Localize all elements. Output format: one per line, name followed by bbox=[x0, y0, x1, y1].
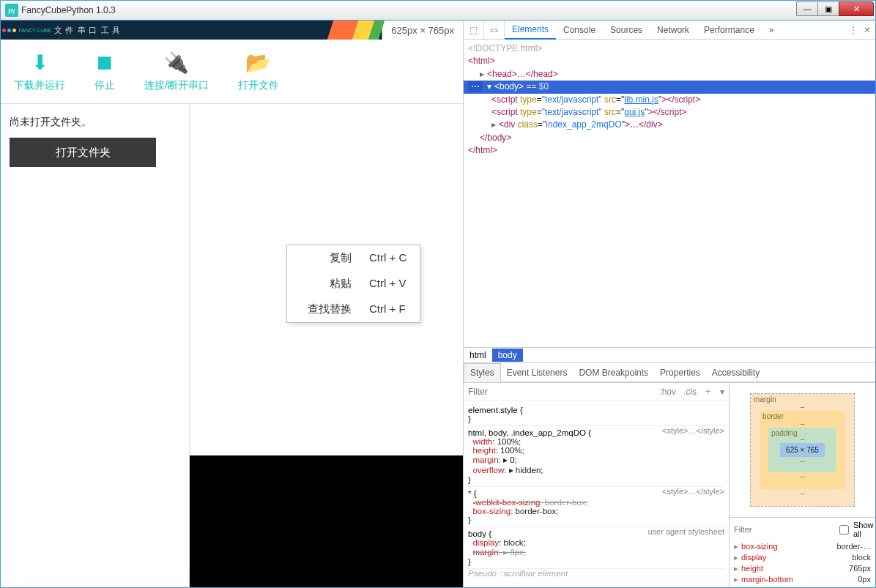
header-tab-file[interactable]: 文 件 bbox=[52, 21, 75, 40]
header-tab-serial[interactable]: 串 口 bbox=[75, 21, 99, 40]
context-shortcut: Ctrl + F bbox=[369, 302, 406, 316]
devtools-tabbar: ⬚ ▭ Elements Console Sources Network Per… bbox=[464, 21, 875, 40]
breadcrumb-html[interactable]: html bbox=[464, 349, 492, 362]
download-icon: ⬇ bbox=[31, 51, 48, 75]
devtools-menu-icon[interactable]: ⋮ bbox=[849, 25, 858, 35]
plug-icon: 🔌 bbox=[163, 51, 189, 75]
styles-filter-input[interactable] bbox=[468, 387, 652, 397]
editor-context-menu: 复制 Ctrl + C 粘贴 Ctrl + V 查找替换 Ctrl + F bbox=[286, 245, 420, 323]
computed-list[interactable]: ▸box-sizingborder-… ▸displayblock ▸heigh… bbox=[730, 541, 875, 587]
subtab-styles[interactable]: Styles bbox=[464, 363, 501, 382]
header-tabs: 文 件 串 口 工 具 bbox=[52, 21, 122, 40]
dom-tree[interactable]: <!DOCTYPE html> <html> ▸<head>…</head> ⋯… bbox=[464, 40, 875, 347]
subtab-event-listeners[interactable]: Event Listeners bbox=[501, 363, 574, 382]
app-logo: FANCY CUBE bbox=[1, 21, 52, 40]
styles-panel: :hov .cls ＋ ▾ element.style { } <style>…… bbox=[464, 383, 729, 587]
subtab-dom-breakpoints[interactable]: DOM Breakpoints bbox=[573, 363, 654, 382]
context-label: 复制 bbox=[300, 251, 352, 265]
box-model-content: 625 × 765 bbox=[780, 443, 825, 457]
folder-open-icon: 📂 bbox=[245, 51, 271, 75]
context-shortcut: Ctrl + V bbox=[369, 277, 406, 291]
context-item-paste[interactable]: 粘贴 Ctrl + V bbox=[287, 271, 420, 297]
app-pane: FANCY CUBE 文 件 串 口 工 具 625px × 765px ⬇ 下… bbox=[1, 21, 463, 587]
devtools-panel: ⬚ ▭ Elements Console Sources Network Per… bbox=[463, 21, 875, 587]
tab-console[interactable]: Console bbox=[556, 21, 603, 40]
file-sidebar: 尚未打开文件夹。 打开文件夹 bbox=[1, 104, 190, 587]
new-style-rule-button[interactable]: ＋ bbox=[704, 385, 713, 398]
styles-menu-icon[interactable]: ▾ bbox=[720, 387, 724, 397]
header-tab-tool[interactable]: 工 具 bbox=[99, 21, 122, 40]
window-minimize-button[interactable]: — bbox=[796, 1, 818, 16]
stop-icon: ⏹ bbox=[94, 51, 115, 75]
css-rules-list[interactable]: element.style { } <style>…</style> html,… bbox=[464, 401, 729, 587]
tab-sources[interactable]: Sources bbox=[603, 21, 650, 40]
hov-toggle[interactable]: :hov bbox=[659, 387, 676, 397]
subtab-accessibility[interactable]: Accessibility bbox=[706, 363, 765, 382]
no-folder-message: 尚未打开文件夹。 bbox=[10, 116, 180, 129]
open-folder-button[interactable]: 打开文件夹 bbox=[10, 138, 156, 167]
devtools-close-icon[interactable]: ✕ bbox=[864, 25, 871, 35]
viewport-size-badge: 625px × 765px bbox=[382, 21, 463, 40]
window-title: FancyCubePython 1.0.3 bbox=[21, 5, 797, 15]
styles-subtabs: Styles Event Listeners DOM Breakpoints P… bbox=[464, 363, 875, 382]
computed-filter-input[interactable] bbox=[734, 525, 835, 534]
app-icon: py bbox=[5, 4, 18, 17]
tab-more[interactable]: » bbox=[762, 21, 782, 40]
open-file-button[interactable]: 📂 打开文件 bbox=[238, 51, 279, 92]
dom-doctype: <!DOCTYPE html> bbox=[468, 42, 875, 55]
tab-network[interactable]: Network bbox=[650, 21, 697, 40]
context-item-find-replace[interactable]: 查找替换 Ctrl + F bbox=[287, 297, 420, 322]
window-close-button[interactable]: ✕ bbox=[839, 1, 874, 16]
inspect-element-icon[interactable]: ⬚ bbox=[464, 21, 484, 40]
subtab-properties[interactable]: Properties bbox=[654, 363, 706, 382]
app-toolbar: ⬇ 下载并运行 ⏹ 停止 🔌 连接/断开串口 📂 打开文件 bbox=[1, 40, 463, 104]
dom-breadcrumb[interactable]: html body bbox=[464, 347, 875, 363]
device-toolbar-icon[interactable]: ▭ bbox=[484, 21, 505, 40]
context-shortcut: Ctrl + C bbox=[369, 251, 407, 265]
tab-elements[interactable]: Elements bbox=[505, 21, 556, 40]
download-run-label: 下载并运行 bbox=[14, 79, 65, 92]
app-header: FANCY CUBE 文 件 串 口 工 具 625px × 765px bbox=[1, 21, 463, 40]
terminal-panel[interactable] bbox=[190, 455, 463, 587]
context-label: 查找替换 bbox=[300, 302, 352, 316]
window-titlebar: py FancyCubePython 1.0.3 — ▣ ✕ bbox=[0, 0, 876, 21]
serial-toggle-button[interactable]: 🔌 连接/断开串口 bbox=[144, 51, 209, 92]
open-file-label: 打开文件 bbox=[238, 79, 279, 92]
context-item-copy[interactable]: 复制 Ctrl + C bbox=[287, 245, 420, 271]
show-all-checkbox[interactable] bbox=[839, 525, 849, 535]
box-model-diagram[interactable]: margin – border – padding – 625 × 765 – bbox=[730, 383, 875, 517]
stop-label: 停止 bbox=[94, 79, 115, 92]
tab-performance[interactable]: Performance bbox=[697, 21, 762, 40]
context-label: 粘贴 bbox=[300, 277, 352, 291]
cls-toggle[interactable]: .cls bbox=[683, 387, 697, 397]
breadcrumb-body[interactable]: body bbox=[492, 349, 523, 362]
stop-button[interactable]: ⏹ 停止 bbox=[94, 51, 115, 92]
window-maximize-button[interactable]: ▣ bbox=[817, 1, 839, 16]
computed-panel: margin – border – padding – 625 × 765 – bbox=[729, 383, 875, 587]
download-run-button[interactable]: ⬇ 下载并运行 bbox=[14, 51, 65, 92]
serial-label: 连接/断开串口 bbox=[144, 79, 209, 92]
show-all-label: Show all bbox=[853, 521, 874, 538]
